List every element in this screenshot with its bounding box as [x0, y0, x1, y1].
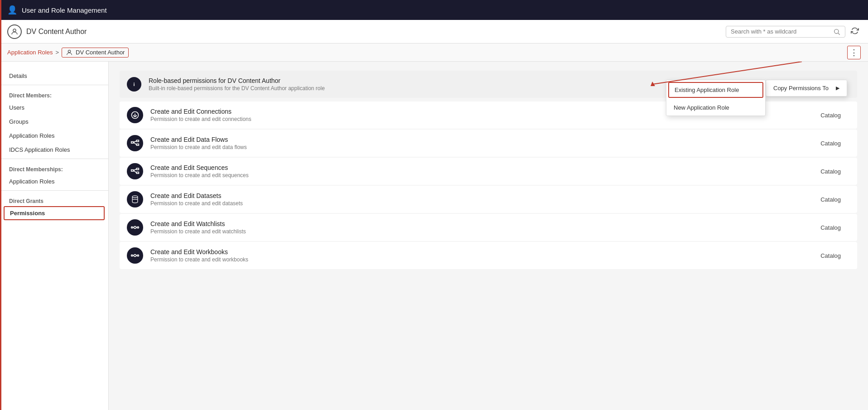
sidebar-item-permissions[interactable]: Permissions — [4, 206, 105, 220]
copy-permissions-label: Copy Permissions To — [773, 85, 829, 92]
table-row: Create and Edit Data Flows Permission to… — [120, 130, 857, 157]
svg-line-10 — [134, 141, 137, 142]
app-title: User and Role Management — [22, 6, 107, 14]
perm-icon-4 — [127, 219, 143, 236]
search-actions — [726, 25, 861, 39]
sub-header: DV Content Author — [0, 20, 868, 43]
copy-permissions-item[interactable]: Copy Permissions To ▶ — [766, 80, 847, 96]
sidebar-divider-3 — [0, 190, 108, 191]
search-input[interactable] — [731, 28, 830, 35]
submenu-new-role[interactable]: New Application Role — [666, 100, 765, 116]
svg-rect-13 — [136, 168, 139, 169]
perm-desc-1: Permission to create and edit data flows — [150, 144, 813, 150]
svg-point-17 — [132, 196, 138, 198]
sidebar-item-details[interactable]: Details — [0, 69, 108, 83]
breadcrumb-bar: Application Roles > DV Content Author ⋮ — [0, 43, 868, 62]
perm-desc-0: Permission to create and edit connection… — [150, 116, 813, 122]
svg-rect-14 — [136, 172, 139, 174]
perm-category-0: Catalog — [820, 112, 850, 119]
perm-category-3: Catalog — [820, 196, 850, 203]
perm-info-2: Create and Edit Sequences Permission to … — [150, 164, 813, 178]
svg-line-2 — [838, 33, 840, 35]
search-box[interactable] — [726, 26, 845, 38]
perm-icon-5 — [127, 247, 143, 264]
svg-line-11 — [134, 142, 137, 145]
permission-list: Create and Edit Connections Permission t… — [120, 101, 857, 269]
perm-category-5: Catalog — [820, 252, 850, 259]
main-layout: Details Direct Members: Users Groups App… — [0, 62, 868, 410]
table-row: Create and Edit Workbooks Permission to … — [120, 242, 857, 269]
perm-desc-3: Permission to create and edit datasets — [150, 200, 813, 207]
perm-icon-3 — [127, 191, 143, 207]
perm-title-3: Create and Edit Datasets — [150, 192, 813, 199]
svg-point-0 — [13, 29, 16, 32]
svg-point-24 — [134, 255, 136, 257]
sidebar-item-users[interactable]: Users — [0, 101, 108, 115]
info-icon: i — [127, 77, 141, 92]
perm-info-3: Create and Edit Datasets Permission to c… — [150, 192, 813, 207]
sub-header-title: DV Content Author — [26, 28, 87, 36]
content-area: i Role-based permissions for DV Content … — [109, 62, 868, 410]
perm-category-2: Catalog — [820, 168, 850, 175]
sidebar-item-groups[interactable]: Groups — [0, 115, 108, 129]
perm-category-4: Catalog — [820, 224, 850, 231]
sidebar-section-direct-memberships: Direct Memberships: — [0, 161, 108, 174]
perm-title-5: Create and Edit Workbooks — [150, 248, 813, 256]
svg-point-20 — [131, 227, 133, 228]
sidebar: Details Direct Members: Users Groups App… — [0, 62, 109, 410]
svg-point-25 — [131, 255, 133, 256]
perm-info-5: Create and Edit Workbooks Permission to … — [150, 248, 813, 263]
submenu-existing-role[interactable]: Existing Application Role — [668, 82, 763, 98]
svg-rect-8 — [136, 140, 139, 141]
perm-info-4: Create and Edit Watchlists Permission to… — [150, 220, 813, 235]
svg-rect-12 — [131, 170, 134, 171]
sidebar-item-app-roles[interactable]: Application Roles — [0, 129, 108, 143]
perm-title-4: Create and Edit Watchlists — [150, 220, 813, 227]
table-row: Create and Edit Datasets Permission to c… — [120, 186, 857, 213]
sidebar-divider-1 — [0, 85, 108, 85]
top-bar: 👤 User and Role Management — [0, 0, 868, 20]
perm-title-1: Create and Edit Data Flows — [150, 136, 813, 143]
sidebar-section-direct-grants: Direct Grants — [0, 193, 108, 206]
perm-desc-4: Permission to create and edit watchlists — [150, 228, 813, 235]
table-row: Create and Edit Sequences Permission to … — [120, 158, 857, 185]
breadcrumb-current: DV Content Author — [62, 48, 129, 58]
table-row: Create and Edit Watchlists Permission to… — [120, 214, 857, 241]
breadcrumb-parent-link[interactable]: Application Roles — [7, 49, 53, 56]
svg-point-3 — [68, 50, 70, 52]
search-icon — [833, 28, 840, 35]
user-avatar — [7, 24, 22, 39]
svg-point-26 — [137, 255, 139, 256]
breadcrumb-separator: > — [55, 49, 59, 56]
perm-desc-5: Permission to create and edit workbooks — [150, 256, 813, 263]
svg-point-19 — [134, 227, 136, 229]
perm-desc-2: Permission to create and edit sequences — [150, 172, 813, 178]
sub-header-left: DV Content Author — [7, 24, 87, 39]
sidebar-divider-2 — [0, 159, 108, 159]
submenu[interactable]: Existing Application Role New Applicatio… — [666, 80, 766, 116]
copy-permissions-menu[interactable]: Copy Permissions To ▶ — [766, 80, 847, 96]
perm-title-2: Create and Edit Sequences — [150, 164, 813, 171]
svg-rect-7 — [131, 142, 134, 143]
svg-point-1 — [834, 29, 839, 33]
svg-point-21 — [137, 227, 139, 228]
svg-line-15 — [134, 169, 137, 170]
svg-text:i: i — [134, 82, 135, 87]
user-role-icon: 👤 — [7, 5, 17, 15]
sidebar-item-memberships-app-roles[interactable]: Application Roles — [0, 174, 108, 188]
svg-rect-9 — [136, 144, 139, 145]
refresh-button[interactable] — [849, 25, 861, 39]
breadcrumb: Application Roles > DV Content Author — [7, 48, 129, 58]
perm-icon-1 — [127, 135, 143, 151]
svg-line-16 — [134, 170, 137, 173]
perm-icon-2 — [127, 163, 143, 179]
breadcrumb-current-icon — [66, 49, 73, 56]
sidebar-item-idcs[interactable]: IDCS Application Roles — [0, 143, 108, 157]
copy-permissions-chevron: ▶ — [836, 85, 839, 91]
three-dot-menu-button[interactable]: ⋮ — [847, 46, 861, 59]
breadcrumb-current-label: DV Content Author — [76, 49, 125, 56]
perm-icon-0 — [127, 107, 143, 123]
sidebar-section-direct-members: Direct Members: — [0, 87, 108, 101]
perm-info-1: Create and Edit Data Flows Permission to… — [150, 136, 813, 150]
perm-category-1: Catalog — [820, 140, 850, 147]
